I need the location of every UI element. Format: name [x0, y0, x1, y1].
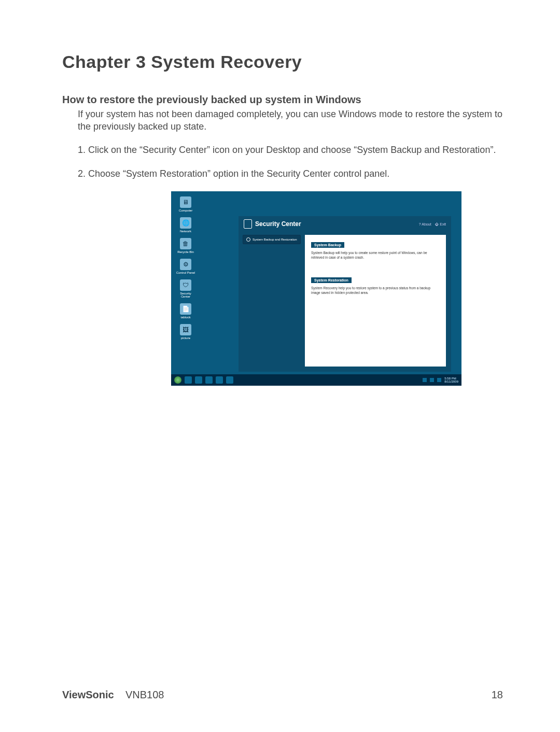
intro-paragraph: If your system has not been damaged comp…: [62, 108, 503, 133]
bullet-icon: [246, 237, 250, 242]
exit-link[interactable]: ⏻ Exit: [435, 222, 446, 226]
icon-label: tablock: [175, 316, 196, 319]
desktop-icon-control-panel[interactable]: ⚙Control Panel: [175, 259, 196, 274]
desktop-icon-network[interactable]: 🌐Network: [175, 217, 196, 233]
tray-icon[interactable]: [437, 378, 441, 382]
about-link[interactable]: ? About: [419, 222, 431, 226]
picture-icon: 🖼: [180, 324, 191, 335]
tablock-icon: 📄: [180, 303, 191, 315]
option-description: System Recovery help you to restore syst…: [311, 286, 440, 295]
computer-icon: 🖥: [180, 196, 191, 208]
option-system-restoration[interactable]: System Restoration System Recovery help …: [311, 274, 440, 295]
desktop-icon-picture[interactable]: 🖼picture: [175, 324, 196, 340]
security-center-icon: 🛡: [180, 279, 191, 291]
icon-label: picture: [175, 336, 196, 340]
network-icon: 🌐: [180, 217, 191, 229]
option-title: System Backup: [311, 242, 344, 248]
step-2: 2. Choose “System Restoration” option in…: [62, 167, 503, 180]
sidebar-item-label: System Backup and Restoration: [253, 238, 297, 241]
footer-model: VNB108: [125, 689, 164, 700]
taskbar-media-icon[interactable]: [205, 376, 213, 384]
icon-label: Recycle Bin: [175, 250, 196, 254]
taskbar-app-icon[interactable]: [226, 376, 233, 384]
taskbar-clock[interactable]: 5:58 PM 8/11/2009: [444, 377, 458, 383]
window-title: Security Center: [255, 220, 301, 228]
embedded-screenshot: 🖥Computer 🌐Network 🗑Recycle Bin ⚙Control…: [171, 191, 461, 386]
option-title: System Restoration: [311, 277, 352, 283]
section-heading: How to restore the previously backed up …: [62, 94, 503, 106]
security-center-window: Security Center ? About ⏻ Exit System Ba…: [239, 216, 451, 372]
taskbar-tray: 5:58 PM 8/11/2009: [423, 377, 458, 383]
shield-icon: [244, 219, 252, 229]
tray-icon[interactable]: [423, 378, 427, 382]
icon-label: Security Center: [175, 292, 196, 298]
desktop-icon-recycle-bin[interactable]: 🗑Recycle Bin: [175, 238, 196, 254]
taskbar-left: [174, 376, 233, 384]
recycle-bin-icon: 🗑: [180, 238, 191, 249]
desktop-icons-column: 🖥Computer 🌐Network 🗑Recycle Bin ⚙Control…: [175, 196, 206, 345]
manual-page: Chapter 3 System Recovery How to restore…: [0, 0, 560, 732]
step-1: 1. Click on the “Security Center” icon o…: [62, 144, 503, 156]
desktop-icon-security-center[interactable]: 🛡Security Center: [175, 279, 196, 298]
icon-label: Network: [175, 230, 196, 233]
desktop-icon-tablock[interactable]: 📄tablock: [175, 303, 196, 319]
start-button[interactable]: [174, 376, 181, 384]
icon-label: Control Panel: [175, 271, 196, 274]
option-description: System Backup will help you to create so…: [311, 250, 440, 260]
control-panel-icon: ⚙: [180, 259, 191, 270]
window-header: Security Center ? About ⏻ Exit: [239, 216, 451, 232]
icon-label: Computer: [175, 209, 196, 212]
panel-content: System Backup System Backup will help yo…: [305, 235, 446, 367]
page-footer: ViewSonic VNB108 18: [62, 689, 503, 701]
tray-icon[interactable]: [430, 378, 434, 382]
taskbar: 5:58 PM 8/11/2009: [171, 374, 461, 386]
taskbar-explorer-icon[interactable]: [195, 376, 202, 384]
sidebar-item-backup-restoration[interactable]: System Backup and Restoration: [243, 235, 301, 244]
page-number: 18: [492, 689, 503, 701]
chapter-heading: Chapter 3 System Recovery: [62, 52, 503, 72]
panel-sidebar: System Backup and Restoration: [243, 235, 301, 244]
taskbar-app-icon[interactable]: [216, 376, 223, 384]
desktop-icon-computer[interactable]: 🖥Computer: [175, 196, 196, 212]
option-system-backup[interactable]: System Backup System Backup will help yo…: [311, 239, 440, 260]
taskbar-ie-icon[interactable]: [185, 376, 192, 384]
footer-brand: ViewSonic: [62, 689, 114, 700]
